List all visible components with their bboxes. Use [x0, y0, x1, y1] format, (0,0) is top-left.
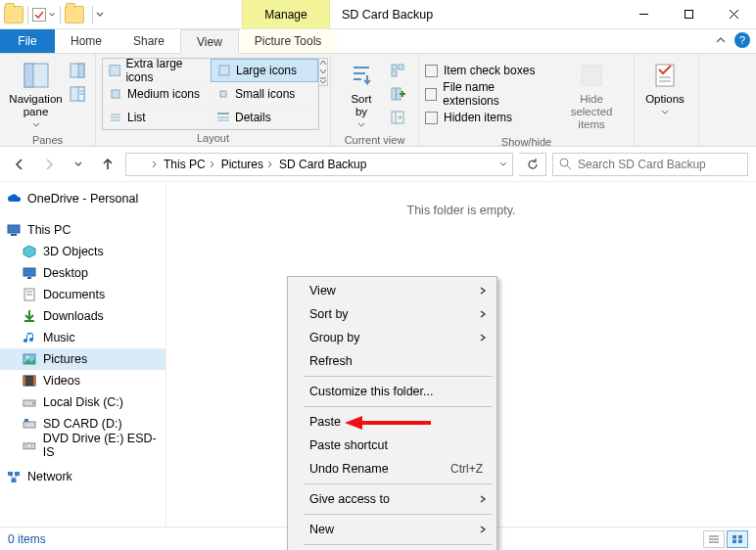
svg-rect-35: [582, 66, 601, 85]
layout-extra-large-icons[interactable]: Extra large icons: [103, 59, 211, 82]
details-pane-button[interactable]: [66, 83, 89, 105]
breadcrumb[interactable]: Pictures: [221, 158, 275, 171]
picture-tools-tab[interactable]: Picture Tools: [239, 29, 337, 53]
tree-onedrive[interactable]: OneDrive - Personal: [0, 188, 165, 209]
gallery-scroll-up-icon[interactable]: [319, 59, 327, 68]
tree-videos[interactable]: Videos: [0, 370, 165, 391]
ctx-group-by[interactable]: Group by: [290, 326, 495, 349]
cube-icon: [22, 244, 37, 259]
hide-selected-button[interactable]: Hide selected items: [555, 58, 628, 134]
recent-locations-button[interactable]: [67, 153, 90, 176]
download-icon: [22, 308, 37, 324]
options-button[interactable]: Options: [640, 58, 689, 119]
hidden-items-toggle[interactable]: Hidden items: [425, 107, 547, 128]
item-check-boxes-toggle[interactable]: Item check boxes: [425, 60, 547, 81]
up-button[interactable]: [96, 153, 119, 176]
svg-rect-71: [732, 535, 736, 539]
navigation-pane-button[interactable]: Navigation pane: [6, 58, 66, 132]
layout-medium-icons[interactable]: Medium icons: [103, 82, 211, 106]
ctx-customize-folder[interactable]: Customize this folder...: [290, 380, 495, 403]
sort-by-button[interactable]: Sort by: [337, 58, 386, 132]
contextual-tab-label: Manage: [264, 8, 307, 22]
status-item-count: 0 items: [8, 532, 46, 546]
svg-rect-74: [738, 539, 742, 543]
tree-3d-objects[interactable]: 3D Objects: [0, 241, 165, 262]
layout-list[interactable]: List: [103, 106, 211, 129]
search-input[interactable]: [578, 158, 741, 171]
close-button[interactable]: [711, 0, 756, 29]
svg-rect-57: [24, 422, 35, 428]
minimize-button[interactable]: [621, 0, 666, 29]
qat-dropdown-icon[interactable]: [48, 10, 56, 20]
layout-gallery[interactable]: Extra large icons Large icons Medium ico…: [102, 58, 319, 130]
svg-marker-43: [24, 246, 35, 257]
layout-large-icons[interactable]: Large icons: [211, 59, 318, 82]
quick-access-toolbar: [0, 0, 109, 28]
ctx-paste[interactable]: Paste: [290, 410, 495, 434]
group-by-button[interactable]: [386, 60, 409, 81]
preview-pane-button[interactable]: [66, 60, 89, 81]
folder-icon[interactable]: [4, 6, 24, 23]
back-button[interactable]: [8, 153, 31, 176]
collapse-ribbon-icon[interactable]: [715, 34, 727, 46]
ctx-paste-shortcut[interactable]: Paste shortcut: [290, 434, 495, 457]
add-columns-button[interactable]: [386, 83, 409, 105]
options-icon: [649, 60, 681, 91]
svg-line-64: [11, 476, 15, 479]
ctx-undo-rename[interactable]: Undo RenameCtrl+Z: [290, 457, 495, 481]
gallery-more-icon[interactable]: [319, 76, 327, 85]
svg-point-60: [26, 444, 31, 449]
tree-downloads[interactable]: Downloads: [0, 305, 165, 327]
home-tab[interactable]: Home: [55, 29, 118, 53]
tree-local-disk[interactable]: Local Disk (C:): [0, 391, 165, 413]
tree-desktop[interactable]: Desktop: [0, 262, 165, 284]
layout-small-icons[interactable]: Small icons: [211, 82, 318, 106]
svg-rect-72: [738, 535, 742, 539]
chevron-right-icon: [479, 333, 487, 343]
svg-rect-53: [24, 376, 25, 386]
breadcrumb[interactable]: This PC: [164, 158, 217, 171]
size-columns-button[interactable]: [386, 107, 409, 128]
layout-group-label: Layout: [102, 130, 324, 147]
share-tab[interactable]: Share: [118, 29, 180, 53]
tree-documents[interactable]: Documents: [0, 284, 165, 305]
tree-network[interactable]: Network: [0, 466, 165, 487]
refresh-button[interactable]: [519, 153, 546, 176]
tree-dvd-drive[interactable]: DVD Drive (E:) ESD-IS: [0, 435, 165, 456]
chevron-right-icon[interactable]: [150, 160, 160, 169]
tree-this-pc[interactable]: This PC: [0, 219, 165, 241]
svg-rect-54: [33, 376, 35, 386]
ctx-refresh[interactable]: Refresh: [290, 349, 495, 373]
forward-button[interactable]: [37, 153, 61, 176]
chevron-down-icon[interactable]: [498, 160, 508, 169]
qat-checkbox-icon[interactable]: [32, 8, 46, 22]
address-bar[interactable]: This PC Pictures SD Card Backup: [125, 153, 513, 176]
svg-rect-58: [24, 419, 28, 422]
svg-rect-1: [685, 11, 692, 19]
svg-rect-15: [220, 91, 226, 97]
tree-pictures[interactable]: Pictures: [0, 348, 165, 370]
view-details-button[interactable]: [703, 530, 725, 548]
ribbon: Navigation pane Panes Extra large icons …: [0, 54, 756, 147]
file-tab[interactable]: File: [0, 29, 55, 53]
gallery-scroll-down-icon[interactable]: [319, 68, 327, 76]
breadcrumb[interactable]: SD Card Backup: [279, 158, 366, 171]
tree-music[interactable]: Music: [0, 327, 165, 348]
pictures-icon: [22, 351, 37, 367]
help-icon[interactable]: ?: [734, 32, 750, 48]
layout-details[interactable]: Details: [211, 106, 318, 129]
search-icon: [559, 158, 572, 170]
ctx-view[interactable]: View: [290, 279, 495, 302]
search-box[interactable]: [552, 153, 748, 176]
view-large-icons-button[interactable]: [727, 530, 748, 548]
ctx-sort-by[interactable]: Sort by: [290, 302, 495, 326]
ctx-give-access-to[interactable]: Give access to: [290, 487, 495, 511]
ctx-new[interactable]: New: [290, 518, 495, 541]
filename-extensions-toggle[interactable]: File name extensions: [425, 83, 547, 105]
view-tab[interactable]: View: [180, 29, 239, 54]
current-view-group-label: Current view: [337, 132, 412, 149]
folder-icon[interactable]: [65, 6, 84, 23]
panes-group-label: Panes: [6, 132, 89, 149]
maximize-button[interactable]: [666, 0, 711, 29]
navigation-tree[interactable]: OneDrive - Personal This PC 3D Objects D…: [0, 182, 166, 527]
